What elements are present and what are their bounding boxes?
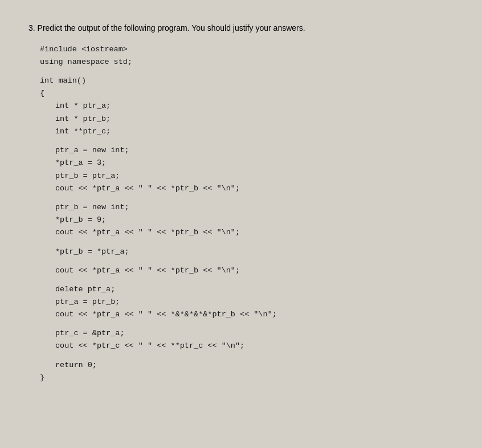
code-stmt-1: ptr_a = new int; [40,144,454,157]
code-stmt-4: cout << *ptr_a << " " << *ptr_b << "\n"; [40,182,454,195]
code-stmt-12: cout << *ptr_a << " " << *&*&*&*&*ptr_b … [40,308,454,321]
code-stmt-3: ptr_b = ptr_a; [40,170,454,182]
code-using: using namespace std; [40,56,454,68]
code-include: #include <iostream> [40,43,454,56]
code-stmt-5: ptr_b = new int; [40,201,454,214]
code-stmt-13: ptr_c = &ptr_a; [40,327,454,340]
code-stmt-6: *ptr_b = 9; [40,214,454,226]
code-decl-b: int * ptr_b; [40,113,454,125]
code-stmt-14: cout << *ptr_c << " " << **ptr_c << "\n"… [40,340,454,352]
code-stmt-8: *ptr_b = *ptr_a; [40,246,454,258]
code-close-brace: } [40,372,454,384]
code-stmt-2: *ptr_a = 3; [40,157,454,169]
blank-3 [40,195,454,201]
blank-2 [40,138,454,144]
blank-1 [40,68,454,75]
code-return: return 0; [40,359,454,372]
blank-5 [40,258,454,264]
code-stmt-9: cout << *ptr_a << " " << *ptr_b << "\n"; [40,264,454,277]
blank-8 [40,353,454,359]
code-stmt-7: cout << *ptr_a << " " << *ptr_b << "\n"; [40,226,454,239]
code-decl-c: int **ptr_c; [40,125,454,138]
code-stmt-10: delete ptr_a; [40,283,454,296]
question-header: 3. Predict the output of the following p… [28,23,454,34]
code-stmt-11: ptr_a = ptr_b; [40,296,454,308]
question-text: Predict the output of the following prog… [38,23,305,32]
blank-7 [40,321,454,327]
code-decl-a: int * ptr_a; [40,100,454,112]
code-block: #include <iostream> using namespace std;… [28,43,454,384]
blank-6 [40,277,454,283]
blank-4 [40,239,454,246]
question-number: 3. [28,23,35,32]
code-open-brace: { [40,87,454,100]
code-main-sig: int main() [40,75,454,87]
page-container: 3. Predict the output of the following p… [11,11,471,396]
